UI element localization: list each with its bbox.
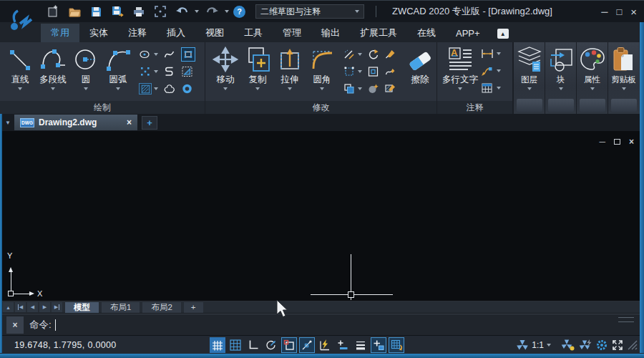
tab-app-plus[interactable]: APP+ (446, 24, 490, 42)
doc-close-button[interactable]: × (629, 137, 634, 147)
dimension-dropdown-icon[interactable] (497, 52, 501, 55)
tab-insert[interactable]: 插入 (157, 24, 195, 42)
clipboard-panel-button[interactable]: 剪贴板 (608, 42, 639, 114)
properties-panel-button[interactable]: 属性 (576, 42, 608, 114)
leader-dropdown-icon[interactable] (497, 69, 501, 72)
annotation-scale-value[interactable]: 1:1 (532, 340, 544, 350)
tab-output[interactable]: 输出 (311, 24, 350, 42)
document-tab-active[interactable]: DWG Drawing2.dwg × (14, 115, 137, 130)
ribbon-collapse-button[interactable]: ▲ (497, 29, 509, 39)
maximize-button[interactable]: □ (616, 7, 622, 16)
minimize-button[interactable]: ─ (601, 7, 608, 16)
polyline-3d-icon[interactable] (163, 66, 175, 77)
save-button[interactable] (87, 4, 104, 19)
polyline-button[interactable]: 多段线 (36, 45, 70, 91)
command-splitter-handle[interactable] (618, 317, 634, 322)
arc-dropdown-icon[interactable] (116, 87, 120, 90)
grid-toggle[interactable] (228, 337, 243, 353)
close-button[interactable]: × (630, 6, 637, 17)
trim-icon[interactable] (343, 49, 356, 60)
modify-group-label[interactable]: 修改 (205, 101, 436, 114)
osnap-toggle[interactable] (281, 337, 297, 353)
settings-gear-icon[interactable] (595, 339, 608, 352)
copy-nested-dropdown-icon[interactable] (358, 87, 362, 90)
line-button[interactable]: 直线 (4, 45, 36, 91)
tab-solid[interactable]: 实体 (79, 24, 118, 42)
circle-dropdown-icon[interactable] (84, 87, 88, 90)
command-line[interactable]: × 命令: (0, 314, 644, 335)
rotate-icon[interactable] (367, 49, 379, 60)
array-icon[interactable] (343, 66, 356, 77)
annotation-visibility-icon[interactable] (561, 339, 575, 352)
document-list-dropdown[interactable]: ▼ (3, 116, 13, 129)
tab-layout1[interactable]: 布局1 (102, 302, 140, 313)
move-button[interactable]: 移动 (210, 45, 241, 91)
stretch-button[interactable]: 拉伸 (274, 45, 306, 91)
layout-menu-button[interactable]: ▲ (3, 302, 14, 312)
print-button[interactable] (130, 4, 147, 19)
line-dropdown-icon[interactable] (18, 87, 22, 90)
drawing-canvas[interactable]: ─ × Y X (0, 131, 644, 301)
dynamic-input-toggle[interactable] (317, 337, 333, 353)
tab-model[interactable]: 模型 (65, 302, 99, 313)
workspace-dropdown[interactable]: 二维草图与注释 (255, 4, 364, 19)
command-close-button[interactable]: × (6, 316, 24, 334)
polyline-dropdown-icon[interactable] (51, 87, 55, 90)
zoom-frame-button[interactable] (152, 4, 169, 19)
tab-tools[interactable]: 工具 (234, 24, 273, 42)
first-layout-button[interactable]: ◀ (15, 302, 26, 312)
render-sphere-icon[interactable] (367, 83, 379, 95)
edit-hatch-icon[interactable] (384, 83, 396, 95)
linear-dimension-icon[interactable] (480, 48, 494, 59)
dynamic-ucs-toggle[interactable] (371, 337, 386, 353)
tab-online[interactable]: 在线 (407, 24, 446, 42)
wipeout-icon[interactable] (181, 66, 193, 77)
document-tab-close-icon[interactable]: × (127, 117, 132, 127)
resize-grip[interactable] (627, 339, 638, 351)
redo-dropdown-icon[interactable] (225, 10, 229, 13)
fillet-button[interactable]: 圆角 (306, 45, 338, 91)
lineweight-toggle[interactable] (335, 337, 351, 353)
hatch-dropdown-icon[interactable] (154, 87, 158, 90)
table-icon[interactable] (480, 82, 494, 94)
otrack-toggle[interactable] (299, 337, 315, 353)
zwcad-logo[interactable] (6, 5, 39, 38)
edit-polyline-icon[interactable] (384, 49, 396, 60)
donut-icon[interactable] (181, 83, 193, 95)
revision-cloud-icon[interactable] (163, 84, 176, 95)
copy-nested-icon[interactable] (343, 83, 356, 95)
tab-express[interactable]: 扩展工具 (350, 24, 407, 42)
mtext-dropdown-icon[interactable] (458, 87, 462, 90)
spline-icon[interactable] (163, 49, 175, 60)
previous-layout-button[interactable]: ◀ (27, 302, 38, 312)
doc-restore-button[interactable] (614, 139, 620, 145)
redo-button[interactable] (203, 4, 220, 19)
fillet-dropdown-icon[interactable] (320, 87, 324, 90)
edit-spline-icon[interactable] (384, 66, 396, 77)
leader-icon[interactable] (480, 65, 494, 77)
draw-group-label[interactable]: 绘制 (0, 101, 205, 114)
annotation-scale-icon[interactable] (516, 339, 529, 352)
undo-dropdown-icon[interactable] (195, 10, 199, 13)
table-dropdown-icon[interactable] (497, 87, 501, 90)
point-icon[interactable] (139, 66, 152, 77)
move-dropdown-icon[interactable] (223, 87, 228, 90)
point-dropdown-icon[interactable] (154, 70, 158, 73)
tab-view[interactable]: 视图 (195, 24, 234, 42)
rectangle-tool-selected[interactable] (181, 47, 195, 62)
polar-toggle[interactable] (263, 337, 279, 353)
erase-button[interactable]: 擦除 (404, 45, 436, 87)
doc-minimize-button[interactable]: ─ (599, 137, 605, 147)
tab-layout2[interactable]: 布局2 (142, 302, 180, 313)
tab-annotate[interactable]: 注释 (118, 24, 157, 42)
stretch-dropdown-icon[interactable] (288, 87, 292, 90)
block-panel-button[interactable]: 块 (545, 42, 576, 114)
undo-button[interactable] (173, 4, 190, 19)
help-button[interactable]: ? (233, 6, 245, 18)
copy-dropdown-icon[interactable] (255, 87, 260, 90)
circle-button[interactable]: 圆 (70, 45, 102, 91)
annotate-group-label[interactable]: 注释 (437, 101, 512, 114)
mtext-button[interactable]: A 多行文字 (440, 45, 480, 91)
arc-button[interactable]: 圆弧 (102, 45, 135, 91)
fullscreen-icon[interactable] (611, 339, 624, 352)
